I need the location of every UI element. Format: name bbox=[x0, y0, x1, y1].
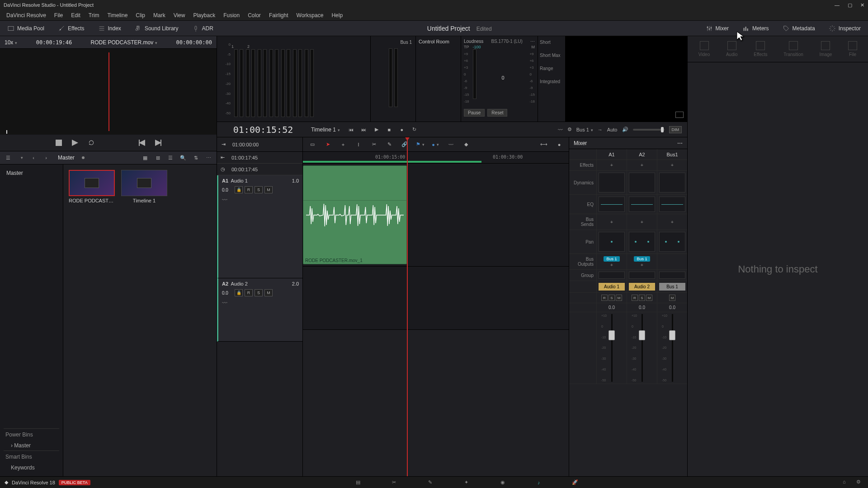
audio-clip[interactable]: RODE PODCASTER.mov_1 bbox=[303, 165, 407, 264]
pointer-tool-icon[interactable]: ➤ bbox=[324, 141, 332, 149]
metadata-button[interactable]: Metadata bbox=[779, 23, 819, 34]
add-send-button[interactable]: + bbox=[610, 220, 613, 225]
track-gain[interactable]: 0.0 bbox=[222, 291, 233, 296]
timeline-ruler[interactable]: 01:00:15:00 01:00:30:00 bbox=[303, 152, 569, 164]
minimize-icon[interactable]: — bbox=[835, 2, 840, 8]
track-header-a1[interactable]: A1 Audio 11.0 0.0 🔒 R S M 〰 bbox=[217, 175, 302, 278]
playback-speed[interactable]: 10x bbox=[5, 39, 17, 46]
monitor-bus[interactable]: Bus 1 bbox=[576, 127, 593, 132]
track-lane-a1[interactable]: RODE PODCASTER.mov_1 bbox=[303, 164, 569, 267]
bin-dropdown-icon[interactable] bbox=[16, 153, 25, 162]
view-thumbnail-icon[interactable]: ▦ bbox=[141, 153, 150, 162]
mute-button[interactable]: M bbox=[646, 295, 652, 301]
fast-forward-icon[interactable]: ⏭ bbox=[360, 126, 368, 134]
mixer-channel-a1[interactable]: A1 bbox=[596, 149, 627, 160]
bin-prev-icon[interactable]: ‹ bbox=[29, 153, 38, 162]
home-icon[interactable]: ⌂ bbox=[843, 479, 850, 486]
page-edit-icon[interactable]: ✎ bbox=[426, 478, 435, 487]
menu-item[interactable]: Playback bbox=[189, 11, 219, 20]
play-icon[interactable]: ▶ bbox=[373, 126, 381, 134]
draw-tool-icon[interactable]: ✎ bbox=[385, 141, 393, 149]
loudness-menu-icon[interactable]: ⋯ bbox=[530, 39, 535, 44]
menu-item[interactable]: Mark bbox=[150, 11, 169, 20]
menu-item[interactable]: Clip bbox=[132, 11, 149, 20]
mixer-settings-icon[interactable]: ⚙ bbox=[567, 127, 572, 132]
eq-slot[interactable] bbox=[659, 197, 685, 212]
add-send-button[interactable]: + bbox=[671, 220, 674, 225]
add-effect-button[interactable]: + bbox=[610, 163, 613, 168]
inspector-tab-effects[interactable]: Effects bbox=[754, 41, 767, 57]
mixer-track-name[interactable]: Bus 1 bbox=[659, 283, 685, 291]
menu-item[interactable]: DaVinci Resolve bbox=[3, 11, 50, 20]
menu-item[interactable]: Edit bbox=[67, 11, 84, 20]
mute-button[interactable]: M bbox=[616, 295, 622, 301]
dynamics-slot[interactable] bbox=[659, 173, 685, 192]
bin-clip[interactable]: RODE PODCASTE... bbox=[69, 170, 115, 203]
speaker-icon[interactable]: 🔊 bbox=[622, 127, 628, 132]
inspector-tab-audio[interactable]: Audio bbox=[726, 41, 738, 57]
fader-gain[interactable]: 0.0 bbox=[627, 303, 657, 312]
group-slot[interactable] bbox=[659, 272, 685, 279]
record-arm-button[interactable]: R bbox=[245, 289, 253, 296]
tc-duration-icon[interactable]: ◷ bbox=[221, 166, 227, 172]
bus-output-chip[interactable]: Bus 1 bbox=[634, 256, 650, 262]
rewind-icon[interactable]: ⏮ bbox=[347, 126, 355, 134]
mixer-track-name[interactable]: Audio 2 bbox=[629, 283, 655, 291]
record-arm-button[interactable]: R bbox=[632, 295, 638, 301]
flag-tool-icon[interactable]: ⚑ bbox=[416, 141, 424, 149]
mixer-channel-a2[interactable]: A2 bbox=[627, 149, 657, 160]
power-bins-header[interactable]: Power Bins bbox=[4, 428, 59, 441]
tc-go-start-icon[interactable]: ⇥ bbox=[222, 141, 228, 147]
stop-icon[interactable]: ■ bbox=[385, 126, 393, 134]
menu-item[interactable]: Fairlight bbox=[265, 11, 292, 20]
loudness-pause-button[interactable]: Pause bbox=[464, 109, 485, 117]
timeline-selector[interactable]: Timeline 1 bbox=[311, 127, 340, 133]
razor-tool-icon[interactable]: ✂ bbox=[370, 141, 378, 149]
volume-slider[interactable] bbox=[633, 129, 665, 131]
record-icon[interactable]: ● bbox=[398, 126, 406, 134]
snap-icon[interactable]: ◆ bbox=[462, 141, 470, 149]
lock-icon[interactable]: 🔒 bbox=[235, 186, 243, 193]
channel-fader[interactable]: +100-10-20-30-40-50 bbox=[629, 314, 655, 382]
page-media-icon[interactable]: ▤ bbox=[354, 478, 363, 487]
mixer-track-name[interactable]: Audio 1 bbox=[599, 283, 625, 291]
source-clip-name[interactable]: RODE PODCASTER.mov bbox=[91, 39, 158, 46]
record-arm-button[interactable]: R bbox=[245, 186, 253, 193]
meters-button[interactable]: Meters bbox=[739, 23, 773, 34]
stop-icon[interactable] bbox=[54, 138, 63, 147]
media-pool-button[interactable]: Media Pool bbox=[4, 23, 48, 34]
loop-icon[interactable]: ↻ bbox=[410, 126, 419, 134]
inspector-tab-image[interactable]: Image bbox=[820, 41, 832, 57]
index-button[interactable]: Index bbox=[94, 23, 125, 34]
add-bus-button[interactable]: + bbox=[641, 263, 643, 267]
channel-fader[interactable]: +100-10-20-30-40-50 bbox=[659, 314, 685, 382]
mixer-channel-bus1[interactable]: Bus1 bbox=[657, 149, 687, 160]
page-cut-icon[interactable]: ✂ bbox=[390, 478, 399, 487]
inspector-tab-transition[interactable]: Transition bbox=[783, 41, 803, 57]
record-arm-button[interactable]: R bbox=[601, 295, 608, 301]
menu-item[interactable]: Trim bbox=[85, 11, 103, 20]
mute-button[interactable]: M bbox=[669, 295, 675, 301]
menu-item[interactable]: File bbox=[51, 11, 66, 20]
lock-icon[interactable]: 🔒 bbox=[235, 289, 243, 296]
adr-button[interactable]: ADR bbox=[189, 23, 217, 34]
group-slot[interactable] bbox=[629, 272, 655, 279]
track-lane-a2[interactable] bbox=[303, 267, 569, 330]
bin-timeline[interactable]: Timeline 1 bbox=[121, 170, 167, 203]
eq-slot[interactable] bbox=[629, 197, 655, 212]
add-send-button[interactable]: + bbox=[641, 220, 643, 225]
text-tool-icon[interactable]: I bbox=[354, 141, 363, 149]
maximize-icon[interactable]: ▢ bbox=[848, 2, 852, 8]
range-tool-icon[interactable]: ▭ bbox=[308, 141, 316, 149]
pan-control[interactable] bbox=[599, 232, 625, 252]
menu-item[interactable]: Fusion bbox=[220, 11, 243, 20]
inspector-tab-video[interactable]: Video bbox=[698, 41, 710, 57]
solo-button[interactable]: S bbox=[255, 186, 263, 193]
effects-button[interactable]: Effects bbox=[54, 23, 88, 34]
search-icon[interactable]: 🔍 bbox=[179, 153, 188, 162]
inspector-tab-file[interactable]: File bbox=[848, 41, 857, 57]
menu-item[interactable]: View bbox=[170, 11, 189, 20]
source-viewer[interactable] bbox=[0, 49, 217, 135]
mixer-button[interactable]: Mixer bbox=[702, 23, 732, 34]
dynamics-slot[interactable] bbox=[599, 173, 625, 192]
